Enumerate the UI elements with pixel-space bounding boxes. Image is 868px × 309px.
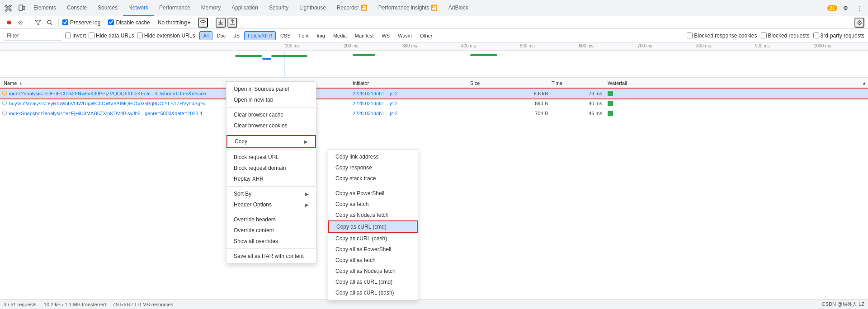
th-waterfall[interactable]: Waterfall ▲ — [606, 80, 868, 86]
td-initiator: 2228.021ddb1....js:2 — [353, 111, 470, 116]
preserve-log-checkbox[interactable] — [62, 19, 68, 25]
copy-submenu-item-copy-all-as-curl-cmd[interactable]: Copy all as cURL (cmd) — [328, 276, 418, 287]
disable-cache-label[interactable]: Disable cache — [108, 19, 150, 26]
ctx-item-open-in-sources-panel[interactable]: Open in Sources panel — [226, 84, 316, 94]
copy-submenu-item-copy-as-curl-bash[interactable]: Copy as cURL (bash) — [328, 233, 418, 244]
copy-submenu-item-copy-all-as-fetch[interactable]: Copy all as fetch — [328, 255, 418, 266]
ctx-item-open-in-new-tab[interactable]: Open in new tab — [226, 94, 316, 105]
invert-checkbox[interactable] — [65, 33, 71, 38]
tab-memory[interactable]: Memory — [196, 0, 226, 16]
th-size[interactable]: Size — [470, 80, 552, 86]
tab-adblock[interactable]: AdBlock — [443, 0, 474, 16]
tab-sources[interactable]: Sources — [92, 0, 123, 16]
type-btn-img[interactable]: Img — [313, 31, 329, 40]
type-btn-wasm[interactable]: Wasm — [394, 31, 415, 40]
timeline-bar-5 — [470, 54, 497, 56]
tab-elements[interactable]: Elements — [28, 0, 61, 16]
type-btn-all[interactable]: All — [199, 31, 212, 40]
third-party-checkbox[interactable] — [813, 33, 819, 38]
copy-submenu-item-copy-as-powershell[interactable]: Copy as PowerShell — [328, 188, 418, 199]
table-header: Name ▲ Status Type Initiator Size Time W… — [0, 78, 868, 89]
ctx-divider — [226, 212, 316, 212]
blocked-requests-checkbox[interactable] — [761, 33, 767, 38]
preserve-log-label[interactable]: Preserve log — [62, 19, 100, 26]
copy-submenu-item-copy-all-as-node.js-fetch[interactable]: Copy all as Node.js fetch — [328, 266, 418, 276]
invert-checkbox-label[interactable]: Invert — [65, 33, 86, 39]
tab-lighthouse[interactable]: Lighthouse — [294, 0, 331, 16]
ctx-item-show-all-overrides[interactable]: Show all overrides — [226, 236, 316, 247]
type-btn-fetch/xhr[interactable]: Fetch/XHR — [244, 31, 276, 40]
devtools-settings-icon[interactable]: ⚙ — [839, 2, 852, 14]
tab-security[interactable]: Security — [264, 0, 294, 16]
ctx-item-header-options[interactable]: Header Options▶ — [226, 199, 316, 210]
throttling-select[interactable]: No throttling ▾ — [158, 19, 191, 26]
type-btn-media[interactable]: Media — [330, 31, 350, 40]
ctx-item-clear-browser-cookies[interactable]: Clear browser cookies — [226, 120, 316, 131]
copy-submenu-item-copy-as-curl-cmd[interactable]: Copy as cURL (cmd) — [328, 220, 418, 233]
copy-submenu-item-copy-response[interactable]: Copy response — [328, 162, 418, 173]
th-time[interactable]: Time — [552, 80, 606, 86]
type-btn-js[interactable]: JS — [230, 31, 243, 40]
ctx-item-override-content[interactable]: Override content — [226, 225, 316, 236]
blocked-response-label[interactable]: Blocked response cookies — [687, 33, 757, 39]
copy-submenu-item-copy-all-as-curl-bash[interactable]: Copy all as cURL (bash) — [328, 287, 418, 298]
tab-recorder[interactable]: Recorder 🎦 — [331, 0, 373, 16]
hide-ext-urls-checkbox[interactable] — [137, 33, 143, 38]
copy-submenu-item-copy-as-node.js-fetch[interactable]: Copy as Node.js fetch — [328, 210, 418, 220]
copy-submenu-item-copy-stack-trace[interactable]: Copy stack trace — [328, 173, 418, 184]
ctx-item-save-all-as-har-with-content[interactable]: Save all as HAR with content — [226, 251, 316, 262]
td-waterfall — [606, 111, 868, 116]
clear-button[interactable]: ⊘ — [15, 18, 25, 28]
devtools-more-icon[interactable]: ⋮ — [854, 2, 866, 14]
ctx-item-copy[interactable]: Copy▶ — [226, 135, 316, 148]
copy-submenu-item-copy-as-fetch[interactable]: Copy as fetch — [328, 199, 418, 210]
type-btn-ws[interactable]: WS — [378, 31, 393, 40]
tab-network[interactable]: Network — [123, 0, 154, 16]
third-party-label[interactable]: 3rd-party requests — [813, 33, 864, 39]
row-icon: {} — [2, 100, 7, 107]
import-button[interactable] — [216, 18, 226, 28]
th-initiator[interactable]: Initiator — [353, 80, 470, 86]
disable-cache-checkbox[interactable] — [108, 19, 114, 25]
th-name[interactable]: Name ▲ — [0, 80, 226, 86]
ctx-item-replay-xhr[interactable]: Replay XHR — [226, 173, 316, 184]
filter-bar-right: Blocked response cookies Blocked request… — [687, 33, 864, 39]
tab-performance-insights[interactable]: Performance insights 🎦 — [373, 0, 443, 16]
network-settings-icon[interactable]: ⚙ — [854, 18, 864, 28]
tab-application[interactable]: Application — [226, 0, 264, 16]
type-btn-other[interactable]: Other — [416, 31, 436, 40]
table-row[interactable]: {} indexSnapshot?analysis=ezEjHiU8MAB5ZX… — [0, 108, 868, 118]
ctx-item-sort-by[interactable]: Sort By▶ — [226, 188, 316, 199]
device-icon[interactable] — [15, 2, 28, 14]
tab-performance[interactable]: Performance — [154, 0, 196, 16]
wifi-icon-btn[interactable] — [198, 18, 208, 28]
filter-icon-btn[interactable] — [33, 18, 43, 28]
export-button[interactable] — [227, 18, 237, 28]
tab-console[interactable]: Console — [61, 0, 92, 16]
ctx-item-clear-browser-cache[interactable]: Clear browser cache — [226, 109, 316, 120]
table-row[interactable]: {} buyVip?analysis=eyRbWihbVhtWUIgWChOWV… — [0, 98, 868, 108]
blocked-requests-label[interactable]: Blocked requests — [761, 33, 810, 39]
inspect-icon[interactable] — [2, 2, 14, 14]
td-time: 73 ms — [552, 91, 606, 96]
type-btn-css[interactable]: CSS — [277, 31, 294, 40]
type-btn-font[interactable]: Font — [295, 31, 312, 40]
watermark: CSDN @局外人.LZ — [822, 301, 864, 308]
table-row[interactable]: {} index?analysis=eDEnECU%2FNw9vX30PPjZV… — [0, 89, 868, 98]
type-btn-doc[interactable]: Doc — [213, 31, 230, 40]
tab-bar-left — [2, 2, 28, 14]
hide-ext-urls-label[interactable]: Hide extension URLs — [137, 33, 195, 39]
copy-submenu-item-copy-link-address[interactable]: Copy link address — [328, 151, 418, 162]
hide-data-urls-label[interactable]: Hide data URLs — [89, 33, 134, 39]
ctx-item-override-headers[interactable]: Override headers — [226, 214, 316, 225]
ctx-item-block-request-domain[interactable]: Block request domain — [226, 163, 316, 173]
ctx-item-block-request-url[interactable]: Block request URL — [226, 152, 316, 163]
copy-submenu-item-copy-all-as-powershell[interactable]: Copy all as PowerShell — [328, 244, 418, 255]
type-btn-manifest[interactable]: Manifest — [351, 31, 377, 40]
hide-data-urls-checkbox[interactable] — [89, 33, 94, 38]
record-button[interactable]: ⏺ — [4, 18, 14, 28]
search-button[interactable] — [45, 18, 55, 28]
blocked-response-checkbox[interactable] — [687, 33, 693, 38]
filter-input[interactable] — [4, 31, 62, 41]
ctx-divider — [226, 150, 316, 150]
